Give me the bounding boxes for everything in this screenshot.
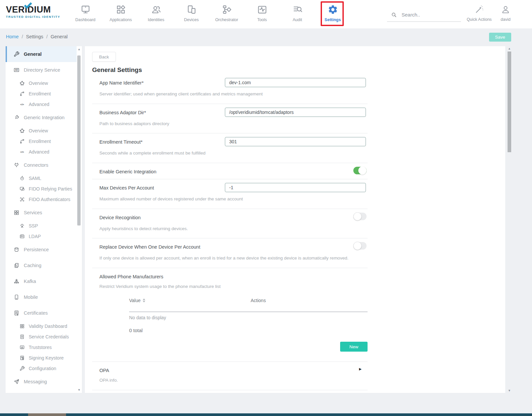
sidebar-item-fido-authenticators[interactable]: FIDO Authenticators <box>6 194 77 205</box>
nav-item-audit[interactable]: Audit <box>280 0 315 28</box>
sidebar-item-gi-enrollment[interactable]: Enrollment <box>6 136 77 147</box>
expand-arrow-icon[interactable]: ▶ <box>359 367 362 371</box>
plug-icon <box>14 162 19 168</box>
sidebar-item-mobile[interactable]: Mobile <box>6 289 77 305</box>
nodes-icon <box>19 81 25 86</box>
breadcrumb-settings: Settings <box>26 34 43 39</box>
horizontal-scrollbar-thumb[interactable] <box>28 413 66 416</box>
sidebar-item-saml[interactable]: SAML <box>6 173 77 184</box>
section-fido-settings: Fido Settings ▶ <box>92 390 368 393</box>
field-help: Seconds while a complete enrollment must… <box>99 149 362 157</box>
save-button[interactable]: Save <box>489 33 511 42</box>
section-label: OPA <box>99 366 218 373</box>
field-label: Max Devices Per Account <box>99 184 218 191</box>
paper-plane-icon <box>14 379 19 385</box>
active-directory-icon <box>14 67 19 73</box>
nav-item-applications[interactable]: Applications <box>103 0 138 28</box>
veridium-logo[interactable]: VERIDIUM TRUSTED DIGITAL IDENTITY <box>6 5 72 18</box>
scroll-down-icon[interactable]: ▼ <box>77 388 81 392</box>
tools-icon <box>257 4 267 15</box>
sidebar-item-ds-overview[interactable]: Overview <box>6 78 77 88</box>
field-enrollment-timeout: Enrollment Timeout* Seconds while a comp… <box>92 133 368 163</box>
id-card-icon <box>19 234 25 239</box>
sidebar-item-ds-advanced[interactable]: Advanced <box>6 99 77 110</box>
enrollment-timeout-input[interactable] <box>225 137 366 146</box>
device-recognition-toggle[interactable] <box>353 213 367 220</box>
app-name-identifier-input[interactable] <box>225 78 366 87</box>
nav-item-orchestrator[interactable]: Orchestrator <box>209 0 244 28</box>
replace-device-toggle[interactable] <box>353 242 367 250</box>
nav-item-tools[interactable]: Tools <box>244 0 280 28</box>
table-divider <box>129 312 368 312</box>
main-nav: Dashboard Applications Identities Device… <box>68 0 350 28</box>
sidebar-item-configuration[interactable]: Configuration <box>6 363 77 374</box>
table-header-actions: Actions <box>251 298 266 303</box>
sidebar-item-ssp[interactable]: SSP <box>6 221 77 231</box>
user-menu[interactable]: david <box>496 0 515 28</box>
main-scrollbar-thumb[interactable] <box>508 52 511 152</box>
search-input[interactable] <box>402 12 454 17</box>
main-scrollbar[interactable]: ▲ ▼ <box>507 46 512 393</box>
database-icon <box>14 247 19 253</box>
sidebar-item-connectors[interactable]: Connectors <box>6 157 77 173</box>
sidebar-item-messaging[interactable]: Messaging <box>6 374 77 390</box>
table-header-value[interactable]: Value <box>129 298 251 303</box>
breadcrumb-home-link[interactable]: Home <box>6 34 19 39</box>
back-button[interactable]: Back <box>92 52 116 62</box>
nav-item-settings[interactable]: Settings <box>315 0 350 28</box>
logo-wordmark: VERIDIUM <box>6 5 72 15</box>
sidebar-item-service-credentials[interactable]: Service Credentials <box>6 331 77 342</box>
safe-icon <box>19 345 25 350</box>
general-settings-panel: Back General Settings App Name Identifie… <box>85 46 505 393</box>
sidebar-item-certificates[interactable]: Certificates <box>6 305 77 321</box>
scroll-up-icon[interactable]: ▲ <box>77 48 81 51</box>
horizontal-scrollbar[interactable] <box>0 413 532 416</box>
sidebar-scrollbar[interactable]: ▲ ▼ <box>77 46 81 393</box>
search-icon <box>391 12 397 18</box>
new-button[interactable]: New <box>340 342 368 352</box>
sidebar-item-signing-keystore[interactable]: Signing Keystore <box>6 353 77 363</box>
breadcrumb-separator: / <box>46 34 48 39</box>
field-replace-device: Replace Device When One Device Per Accou… <box>92 238 368 268</box>
sidebar-item-generic-integration[interactable]: Generic Integration <box>6 110 77 125</box>
sidebar-item-fido-relying-parties[interactable]: FIDO Relying Parties <box>6 184 77 194</box>
route-icon <box>19 91 25 96</box>
field-allowed-phone-manufacturers: Allowed Phone Manufacturers Restrict Ver… <box>92 268 368 362</box>
sidebar-item-kafka[interactable]: Kafka <box>6 273 77 289</box>
quick-actions-button[interactable]: Quick Actions <box>464 0 494 28</box>
sidebar-item-validity-dashboard[interactable]: Validity Dashboard <box>6 321 77 331</box>
nav-item-dashboard[interactable]: Dashboard <box>68 0 103 28</box>
copy-document-icon <box>14 262 19 268</box>
field-label: Business Adaptor Dir* <box>99 108 218 115</box>
sidebar-item-gi-overview[interactable]: Overview <box>6 125 77 136</box>
business-adaptor-dir-input[interactable] <box>225 108 366 117</box>
dashboard-icon <box>80 4 91 15</box>
sidebar-list: General Directory Service Overview Enrol… <box>6 46 77 390</box>
sidebar-item-services[interactable]: Services <box>6 205 77 221</box>
scroll-up-icon[interactable]: ▲ <box>507 47 512 50</box>
toggle-knob <box>353 212 362 221</box>
max-devices-per-account-input[interactable] <box>225 183 366 192</box>
field-help: Path to business adaptors directory <box>99 120 362 128</box>
document-lock-icon <box>19 355 25 361</box>
sidebar-item-general[interactable]: General <box>6 46 77 62</box>
sidebar-item-caching[interactable]: Caching <box>6 258 77 273</box>
sidebar-item-truststores[interactable]: Truststores <box>6 342 77 353</box>
sidebar-item-directory-service[interactable]: Directory Service <box>6 62 77 78</box>
enable-generic-integration-toggle[interactable] <box>353 167 367 174</box>
field-enable-generic-integration: Enable Generic Integration <box>92 163 368 179</box>
sidebar-item-persistence[interactable]: Persistence <box>6 242 77 258</box>
nav-item-devices[interactable]: Devices <box>174 0 209 28</box>
field-help: Maximum allowed number of devices regist… <box>99 195 362 203</box>
scroll-down-icon[interactable]: ▼ <box>507 389 512 392</box>
logo-tagline: TRUSTED DIGITAL IDENTITY <box>6 15 72 18</box>
sidebar-item-ds-enrollment[interactable]: Enrollment <box>6 88 77 99</box>
logo-checkmark-icon <box>24 2 32 9</box>
nav-item-identities[interactable]: Identities <box>138 0 174 28</box>
field-device-recognition: Device Recognition Apply heuristincs to … <box>92 209 368 239</box>
top-navigation-bar: VERIDIUM TRUSTED DIGITAL IDENTITY Dashbo… <box>0 0 532 28</box>
sidebar-item-gi-advanced[interactable]: Advanced <box>6 147 77 157</box>
sidebar-item-ldap[interactable]: LDAP <box>6 231 77 242</box>
sidebar-scrollbar-thumb[interactable] <box>77 55 81 225</box>
devices-icon <box>186 4 197 15</box>
